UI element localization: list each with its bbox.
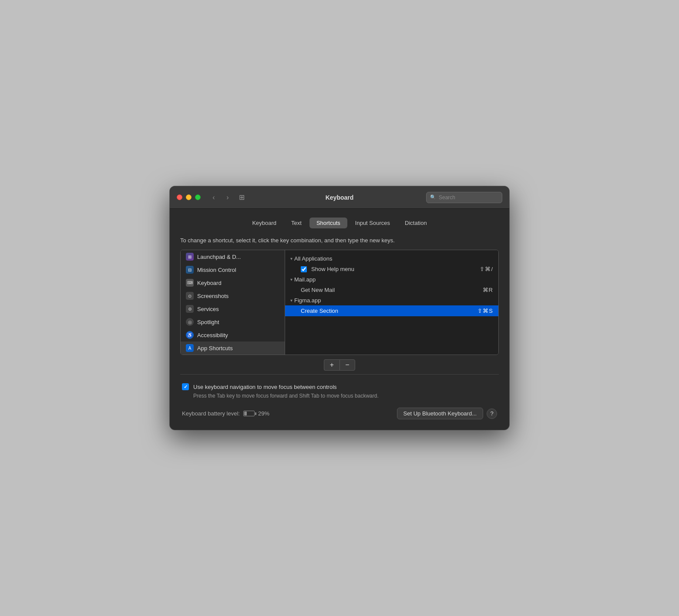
footer-buttons: Set Up Bluetooth Keyboard... ? xyxy=(397,408,497,419)
group-arrow-all: ▾ xyxy=(290,256,292,261)
screenshots-icon: ⊙ xyxy=(186,292,194,300)
sidebar-item-services[interactable]: ⚙ Services xyxy=(181,302,285,315)
search-icon: 🔍 xyxy=(430,194,436,200)
sidebar-item-screenshots[interactable]: ⊙ Screenshots xyxy=(181,289,285,302)
group-label-mail: Mail.app xyxy=(294,276,316,283)
group-figma-app[interactable]: ▾ Figma.app xyxy=(285,295,498,305)
battery-body xyxy=(243,411,255,416)
keyboard-icon: ⌨ xyxy=(186,279,194,287)
window-title: Keyboard xyxy=(326,194,354,201)
group-arrow-mail: ▾ xyxy=(290,277,292,282)
battery-fill xyxy=(244,412,247,415)
spotlight-icon: ◎ xyxy=(186,318,194,326)
sidebar-label-mission-control: Mission Control xyxy=(197,267,236,273)
shortcut-name-help: Show Help menu xyxy=(311,266,480,272)
footer: Keyboard battery level: 29% Set Up Bluet… xyxy=(180,408,499,419)
add-shortcut-button[interactable]: + xyxy=(324,359,340,371)
titlebar: ‹ › ⊞ Keyboard 🔍 Search xyxy=(170,186,509,209)
sidebar-item-mission-control[interactable]: ⊟ Mission Control xyxy=(181,263,285,276)
main-panel: ⊞ Launchpad & D... ⊟ Mission Control ⌨ K… xyxy=(180,250,499,355)
forward-button[interactable]: › xyxy=(222,193,234,202)
sidebar-label-screenshots: Screenshots xyxy=(197,293,229,299)
main-window: ‹ › ⊞ Keyboard 🔍 Search Keyboard Text Sh… xyxy=(170,186,509,430)
nav-checkbox-row: ✓ Use keyboard navigation to move focus … xyxy=(182,383,497,390)
tab-dictation[interactable]: Dictation xyxy=(398,218,434,228)
sidebar-item-launchpad[interactable]: ⊞ Launchpad & D... xyxy=(181,250,285,263)
group-all-applications[interactable]: ▾ All Applications xyxy=(285,254,498,264)
tab-keyboard[interactable]: Keyboard xyxy=(245,218,283,228)
mission-control-icon: ⊟ xyxy=(186,266,194,274)
setup-bluetooth-button[interactable]: Set Up Bluetooth Keyboard... xyxy=(397,408,483,419)
accessibility-icon: ♿ xyxy=(186,331,194,339)
services-icon: ⚙ xyxy=(186,305,194,313)
checkmark-icon: ✓ xyxy=(184,384,188,390)
help-button[interactable]: ? xyxy=(487,408,497,419)
tab-input-sources[interactable]: Input Sources xyxy=(348,218,397,228)
back-button[interactable]: ‹ xyxy=(208,193,220,202)
tab-bar: Keyboard Text Shortcuts Input Sources Di… xyxy=(180,218,499,228)
shortcut-name-figma: Create Section xyxy=(301,308,477,314)
shortcut-key-figma: ⇧⌘S xyxy=(477,308,493,314)
nav-checkbox[interactable]: ✓ xyxy=(182,383,189,390)
shortcut-panel: ▾ All Applications Show Help menu ⇧⌘/ ▾ … xyxy=(285,250,498,355)
tab-text[interactable]: Text xyxy=(284,218,309,228)
shortcut-show-help[interactable]: Show Help menu ⇧⌘/ xyxy=(285,264,498,275)
sidebar-label-services: Services xyxy=(197,306,219,312)
minimize-button[interactable] xyxy=(186,194,192,200)
shortcut-key-help: ⇧⌘/ xyxy=(480,266,493,272)
divider xyxy=(180,374,499,375)
remove-shortcut-button[interactable]: − xyxy=(340,359,355,371)
shortcut-create-section[interactable]: Create Section ⇧⌘S xyxy=(285,305,498,316)
search-placeholder: Search xyxy=(439,194,455,201)
sidebar-label-launchpad: Launchpad & D... xyxy=(197,254,241,260)
app-shortcuts-icon: A xyxy=(186,344,194,352)
nav-buttons: ‹ › xyxy=(208,193,234,202)
group-arrow-figma: ▾ xyxy=(290,298,292,303)
battery-label: Keyboard battery level: xyxy=(182,410,240,417)
sidebar-label-accessibility: Accessibility xyxy=(197,332,228,338)
sidebar: ⊞ Launchpad & D... ⊟ Mission Control ⌨ K… xyxy=(181,250,285,355)
nav-checkbox-label: Use keyboard navigation to move focus be… xyxy=(193,384,337,390)
sidebar-item-accessibility[interactable]: ♿ Accessibility xyxy=(181,328,285,341)
tab-shortcuts[interactable]: Shortcuts xyxy=(309,218,347,228)
battery-percent: 29% xyxy=(258,410,269,417)
sidebar-label-keyboard: Keyboard xyxy=(197,280,222,286)
shortcut-name-mail: Get New Mail xyxy=(301,287,483,293)
shortcut-get-new-mail[interactable]: Get New Mail ⌘R xyxy=(285,285,498,295)
battery-icon xyxy=(243,411,255,416)
traffic-lights xyxy=(177,194,201,200)
grid-icon[interactable]: ⊞ xyxy=(239,193,245,201)
sidebar-item-spotlight[interactable]: ◎ Spotlight xyxy=(181,315,285,328)
instruction-text: To change a shortcut, select it, click t… xyxy=(180,237,499,244)
shortcut-key-mail: ⌘R xyxy=(483,287,493,293)
sidebar-label-spotlight: Spotlight xyxy=(197,319,219,325)
add-remove-buttons: + − xyxy=(180,359,499,371)
launchpad-icon: ⊞ xyxy=(186,253,194,261)
close-button[interactable] xyxy=(177,194,182,200)
sidebar-item-app-shortcuts[interactable]: A App Shortcuts xyxy=(181,341,285,355)
battery-info: Keyboard battery level: 29% xyxy=(182,410,269,417)
sidebar-label-app-shortcuts: App Shortcuts xyxy=(197,345,233,352)
nav-checkbox-sublabel: Press the Tab key to move focus forward … xyxy=(193,393,497,399)
sidebar-item-keyboard[interactable]: ⌨ Keyboard xyxy=(181,276,285,289)
group-label-all: All Applications xyxy=(294,255,332,262)
shortcut-checkbox-help[interactable] xyxy=(301,266,307,272)
group-label-figma: Figma.app xyxy=(294,297,321,304)
content-area: Keyboard Text Shortcuts Input Sources Di… xyxy=(170,209,509,430)
maximize-button[interactable] xyxy=(195,194,201,200)
bottom-section: ✓ Use keyboard navigation to move focus … xyxy=(180,383,499,399)
group-mail-app[interactable]: ▾ Mail.app xyxy=(285,275,498,285)
search-box[interactable]: 🔍 Search xyxy=(426,192,502,203)
